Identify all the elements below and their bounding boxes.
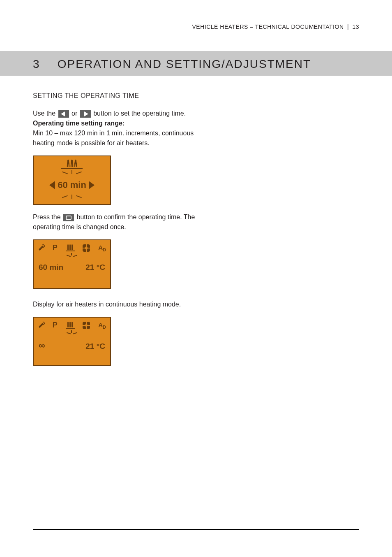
fan-icon — [83, 322, 90, 329]
heating-underline — [61, 168, 83, 169]
section-title: 3 OPERATION AND SETTING/ADJUSTMENT — [33, 58, 359, 71]
heating-icon — [66, 244, 75, 251]
instruction-set-time: Use the or button to set the operating t… — [33, 109, 205, 118]
wrench-icon — [38, 322, 44, 329]
rays-icon — [66, 330, 78, 335]
value-row: 60 min 21 °C — [34, 258, 110, 276]
value-row: ∞ 21 °C — [34, 335, 110, 355]
section-title-text: OPERATION AND SETTING/ADJUSTMENT — [58, 58, 311, 70]
program-p-icon: P — [53, 244, 58, 252]
confirm-button-icon — [63, 214, 74, 221]
ad-d: D — [103, 325, 106, 330]
program-p-icon: P — [53, 321, 58, 330]
subheading: SETTING THE OPERATING TIME — [33, 92, 359, 100]
temperature-value: 21 °C — [85, 342, 105, 351]
wrench-icon — [38, 245, 44, 251]
caption-continuous: Display for air heaters in continuous he… — [33, 299, 205, 309]
display-set-time: 60 min — [33, 155, 111, 205]
text-fragment: button to set the operating time. — [93, 110, 186, 117]
time-value: 60 min — [39, 263, 63, 272]
rays-icon — [66, 253, 78, 258]
status-icon-row: P AD — [34, 318, 110, 330]
fan-icon — [83, 244, 90, 252]
direction-rays-icon — [60, 170, 84, 181]
heating-icon — [66, 322, 75, 329]
range-label: Operating time setting range: — [33, 118, 205, 128]
ad-a: A — [98, 321, 103, 328]
section-number: 3 — [33, 58, 53, 71]
instruction-confirm: Press the button to confirm the operatin… — [33, 212, 205, 232]
status-icon-row: P AD — [34, 240, 110, 252]
increase-arrow-icon — [89, 181, 95, 189]
header-text: VEHICLE HEATERS – TECHNICAL DOCUMENTATIO… — [192, 23, 344, 30]
header-divider: | — [346, 23, 350, 30]
direction-rays-bottom-icon — [60, 191, 84, 199]
text-fragment: or — [71, 110, 79, 117]
left-arrow-icon — [58, 110, 69, 118]
page: VEHICLE HEATERS – TECHNICAL DOCUMENTATIO… — [0, 0, 392, 557]
display-confirmed: P AD 60 min 21 °C — [33, 239, 111, 289]
text-fragment: Press the — [33, 214, 62, 220]
page-number: 13 — [352, 23, 359, 30]
ad-indicator: AD — [98, 244, 106, 252]
section-heading-bar: 3 OPERATION AND SETTING/ADJUSTMENT — [0, 51, 392, 76]
ad-a: A — [98, 244, 103, 251]
text-fragment: Use the — [33, 110, 58, 117]
range-text: Min 10 – max 120 min in 1 min. increment… — [33, 128, 205, 148]
ad-d: D — [103, 247, 106, 252]
temperature-value: 21 °C — [85, 263, 105, 272]
right-arrow-icon — [80, 110, 91, 118]
display-continuous: P AD ∞ 21 °C — [33, 317, 111, 366]
footer-rule — [33, 529, 359, 530]
infinity-icon: ∞ — [39, 340, 45, 351]
running-header: VEHICLE HEATERS – TECHNICAL DOCUMENTATIO… — [192, 23, 360, 30]
ad-indicator: AD — [98, 321, 106, 330]
heating-icon — [34, 156, 110, 167]
decrease-arrow-icon — [49, 181, 55, 189]
